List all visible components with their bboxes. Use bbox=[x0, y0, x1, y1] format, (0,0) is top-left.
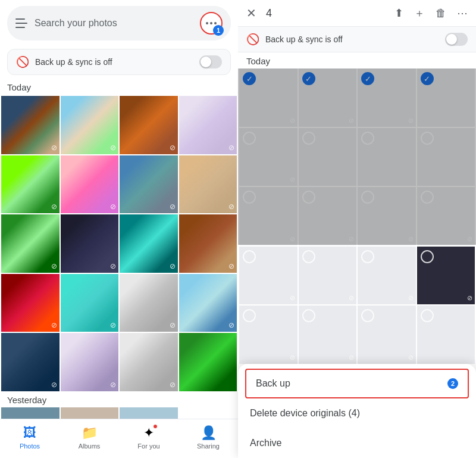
photos-icon: 🖼 bbox=[23, 425, 36, 441]
delete-originals-button[interactable]: Delete device originals (4) bbox=[238, 398, 476, 428]
photo-cell[interactable]: ⊘ bbox=[61, 333, 119, 391]
photo-cell[interactable]: ⊘ bbox=[61, 96, 119, 154]
photo-cell[interactable] bbox=[1, 407, 60, 419]
photo-cell[interactable]: ⊘ bbox=[239, 306, 298, 364]
sync-off-icon: ⊘ bbox=[290, 294, 295, 302]
photo-cell[interactable]: ⊘ bbox=[61, 214, 119, 273]
photo-cell[interactable]: ⊘ bbox=[358, 306, 416, 364]
sync-off-icon: ⊘ bbox=[51, 262, 57, 270]
photo-cell[interactable]: ⊘ bbox=[358, 68, 416, 127]
sync-off-icon: ⊘ bbox=[110, 144, 116, 152]
select-circle[interactable] bbox=[243, 72, 256, 85]
nav-foryou[interactable]: ✦ For you bbox=[119, 423, 178, 452]
select-circle[interactable] bbox=[243, 250, 256, 263]
sync-off-icon: ⊘ bbox=[349, 117, 354, 124]
select-circle[interactable] bbox=[421, 72, 434, 85]
select-circle[interactable] bbox=[361, 309, 374, 322]
photo-cell[interactable]: ⊘ bbox=[358, 247, 416, 305]
search-bar[interactable]: Search your photos 1 bbox=[7, 6, 231, 40]
photo-cell[interactable]: ⊘ bbox=[239, 247, 298, 305]
sync-off-icon: ⊘ bbox=[170, 202, 176, 211]
right-photo-row-5: ⊘ ⊘ ⊘ bbox=[238, 306, 476, 364]
photo-cell[interactable]: ⊘ bbox=[179, 96, 237, 154]
right-sync-toggle[interactable] bbox=[445, 33, 468, 46]
photo-cell[interactable]: ⊘ bbox=[299, 247, 357, 305]
photo-cell[interactable]: ⊘ bbox=[1, 274, 60, 332]
select-circle[interactable] bbox=[421, 132, 434, 145]
select-circle[interactable] bbox=[243, 309, 256, 322]
photo-cell[interactable]: ⊘ bbox=[179, 214, 237, 273]
photo-cell[interactable]: ⊘ bbox=[179, 155, 237, 214]
select-circle[interactable] bbox=[361, 132, 374, 145]
select-circle[interactable] bbox=[302, 250, 315, 263]
select-circle[interactable] bbox=[361, 191, 374, 204]
search-input[interactable]: Search your photos bbox=[35, 18, 200, 29]
photo-cell[interactable] bbox=[179, 333, 237, 391]
nav-albums[interactable]: 📁 Albums bbox=[60, 423, 119, 452]
select-circle[interactable] bbox=[302, 191, 315, 204]
photo-cell[interactable]: ⊘ bbox=[120, 96, 178, 154]
photo-cell[interactable] bbox=[417, 128, 475, 186]
select-circle[interactable] bbox=[243, 191, 256, 204]
sync-off-icon: ⊘ bbox=[467, 294, 472, 302]
photo-cell[interactable]: ⊘ bbox=[1, 96, 60, 154]
sync-bar[interactable]: 🚫 Back up & sync is off bbox=[7, 49, 231, 75]
photo-cell[interactable]: ⊘ bbox=[417, 187, 475, 245]
select-circle[interactable] bbox=[361, 250, 374, 263]
photo-cell[interactable]: ⊘ bbox=[61, 155, 119, 214]
more-badge: 1 bbox=[213, 25, 224, 36]
backup-button[interactable]: Back up 2 bbox=[245, 369, 469, 398]
nav-sharing[interactable]: 👤 Sharing bbox=[178, 423, 238, 452]
photo-cell[interactable]: ⊘ bbox=[299, 68, 357, 127]
photo-cell[interactable]: ⊘ bbox=[120, 274, 178, 332]
sync-off-icon: ⊘ bbox=[349, 235, 354, 243]
nav-photos[interactable]: 🖼 Photos bbox=[0, 423, 60, 452]
select-circle[interactable] bbox=[302, 72, 315, 85]
sync-off-icon: ⊘ bbox=[228, 321, 234, 329]
archive-button[interactable]: Archive bbox=[238, 428, 476, 458]
close-button[interactable]: ✕ bbox=[246, 6, 256, 20]
right-sync-bar[interactable]: 🚫 Back up & sync is off bbox=[238, 27, 476, 52]
photo-cell[interactable]: ⊘ bbox=[299, 306, 357, 364]
backup-badge: 2 bbox=[447, 378, 458, 389]
photo-cell[interactable]: ⊘ bbox=[1, 333, 60, 391]
photo-cell[interactable]: ⊘ bbox=[61, 274, 119, 332]
sync-off-icon: ⊘ bbox=[228, 202, 234, 211]
more-button[interactable]: 1 bbox=[200, 12, 223, 35]
sync-toggle[interactable] bbox=[199, 55, 222, 68]
select-circle[interactable] bbox=[243, 132, 256, 145]
select-circle[interactable] bbox=[302, 309, 315, 322]
select-circle[interactable] bbox=[302, 132, 315, 145]
photo-cell[interactable]: ⊘ bbox=[120, 214, 178, 273]
photo-cell[interactable]: ⊘ bbox=[239, 128, 298, 186]
photo-cell[interactable] bbox=[120, 407, 178, 419]
photo-cell[interactable] bbox=[299, 128, 357, 186]
select-circle[interactable] bbox=[421, 191, 434, 204]
more-icon[interactable]: ⋯ bbox=[457, 7, 468, 20]
select-circle[interactable] bbox=[421, 309, 434, 322]
photo-cell[interactable]: ⊘ bbox=[299, 187, 357, 245]
photo-cell[interactable] bbox=[417, 306, 475, 364]
photo-cell[interactable] bbox=[61, 407, 119, 419]
select-circle[interactable] bbox=[421, 250, 434, 263]
select-circle[interactable] bbox=[361, 72, 374, 85]
photo-cell[interactable] bbox=[358, 128, 416, 186]
photo-cell[interactable]: ⊘ bbox=[239, 68, 298, 127]
share-icon[interactable]: ⬆ bbox=[394, 7, 403, 20]
right-panel: ✕ 4 ⬆ ＋ 🗑 ⋯ 🚫 Back up & sync is off Toda… bbox=[238, 0, 476, 458]
photo-cell[interactable]: ⊘ bbox=[1, 214, 60, 273]
photo-cell[interactable]: ⊘ bbox=[358, 187, 416, 245]
left-panel: Search your photos 1 🚫 Back up & sync is… bbox=[0, 0, 238, 458]
photo-cell[interactable]: ⊘ bbox=[120, 155, 178, 214]
photo-cell[interactable]: ⊘ bbox=[417, 247, 475, 305]
sync-off-icon: ⊘ bbox=[170, 144, 176, 152]
photo-cell[interactable]: ⊘ bbox=[179, 274, 237, 332]
photo-cell[interactable] bbox=[417, 68, 475, 127]
sync-off-icon: ⊘ bbox=[408, 354, 414, 362]
add-icon[interactable]: ＋ bbox=[414, 6, 425, 20]
nav-foryou-label: For you bbox=[137, 443, 159, 450]
delete-icon[interactable]: 🗑 bbox=[436, 7, 446, 20]
photo-cell[interactable]: ⊘ bbox=[1, 155, 60, 214]
photo-cell[interactable]: ⊘ bbox=[120, 333, 178, 391]
photo-cell[interactable]: ⊘ bbox=[239, 187, 298, 245]
